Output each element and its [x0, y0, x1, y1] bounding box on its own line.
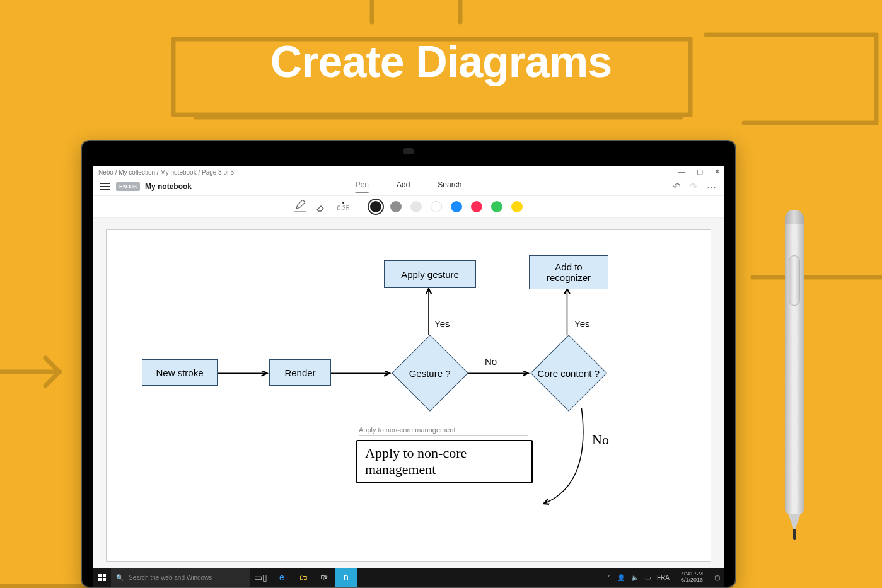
tray-people-icon[interactable]: 👤: [617, 574, 625, 581]
window-maximize-button[interactable]: ▢: [697, 168, 703, 176]
flow-decision-gesture[interactable]: Gesture ?: [392, 335, 468, 412]
system-tray: ˄ 👤 🔈 ▭ FRA 9:41 AM 6/1/2016 ▢: [608, 568, 724, 587]
handwritten-box[interactable]: Apply to non-core management: [356, 440, 533, 483]
page-canvas[interactable]: New stroke Render Gesture ? Core content…: [106, 229, 711, 562]
flow-label-no-2: No: [592, 432, 609, 448]
windows-taskbar: 🔍 Search the web and Windows ▭▯ e 🗂 🛍 n …: [93, 568, 724, 587]
store-icon[interactable]: 🛍: [314, 568, 335, 587]
breadcrumb[interactable]: Nebo / My collection / My notebook / Pag…: [98, 169, 234, 176]
app-screen: Nebo / My collection / My notebook / Pag…: [93, 166, 724, 568]
window-minimize-button[interactable]: —: [678, 168, 685, 176]
stylus-pen: [785, 211, 804, 551]
conversion-hint-text: Apply to non-core management: [359, 426, 455, 434]
hamburger-menu-icon[interactable]: [100, 183, 110, 190]
task-view-icon[interactable]: ▭▯: [250, 568, 271, 587]
language-badge[interactable]: EN-US: [116, 182, 140, 191]
taskbar-pinned-apps: ▭▯ e 🗂 🛍 n: [250, 568, 357, 587]
color-swatch-green[interactable]: [491, 201, 502, 212]
conversion-hint-row[interactable]: Apply to non-core management ⋯: [359, 425, 528, 436]
color-swatch-lightgray[interactable]: [410, 201, 422, 212]
notebook-title: My notebook: [145, 182, 192, 191]
stroke-size-label: 0.35: [337, 205, 349, 212]
redo-button[interactable]: ↷: [690, 181, 698, 192]
tab-pen[interactable]: Pen: [356, 180, 369, 193]
color-swatch-white[interactable]: [431, 201, 442, 212]
tray-clock[interactable]: 9:41 AM 6/1/2016: [676, 571, 708, 584]
hero-title: Create Diagrams: [0, 37, 882, 87]
eraser-tool-icon[interactable]: [315, 201, 326, 212]
tab-add[interactable]: Add: [397, 180, 410, 193]
camera-icon: [403, 148, 414, 154]
tray-chevron-icon[interactable]: ˄: [608, 574, 611, 581]
tab-search[interactable]: Search: [438, 180, 461, 193]
flow-decision-core-content[interactable]: Core content ?: [530, 335, 607, 412]
flow-box-apply-gesture[interactable]: Apply gesture: [384, 260, 476, 288]
flow-label-no-1: No: [485, 356, 497, 367]
search-icon: 🔍: [116, 574, 124, 581]
app-header: EN-US My notebook Pen Add Search ↶ ↷ ⋯: [93, 178, 724, 195]
flow-label-yes-2: Yes: [574, 318, 589, 329]
handwritten-text: Apply to non-core management: [365, 445, 467, 477]
window-titlebar: Nebo / My collection / My notebook / Pag…: [93, 166, 724, 178]
edge-icon[interactable]: e: [271, 568, 293, 587]
color-swatch-gray[interactable]: [390, 201, 402, 212]
tablet-device: Nebo / My collection / My notebook / Pag…: [81, 140, 736, 588]
color-swatch-blue[interactable]: [451, 201, 462, 212]
nebo-app-icon[interactable]: n: [335, 568, 357, 587]
taskbar-search[interactable]: 🔍 Search the web and Windows: [111, 568, 250, 587]
windows-logo-icon: [98, 574, 106, 581]
undo-button[interactable]: ↶: [673, 181, 681, 192]
color-swatch-yellow[interactable]: [511, 201, 523, 212]
color-swatch-black[interactable]: [370, 201, 381, 212]
window-close-button[interactable]: ✕: [714, 168, 720, 176]
canvas-area: New stroke Render Gesture ? Core content…: [93, 218, 724, 568]
tray-language[interactable]: FRA: [657, 574, 670, 581]
tray-battery-icon[interactable]: ▭: [645, 574, 651, 581]
flow-label-yes-1: Yes: [434, 318, 450, 329]
action-center-icon[interactable]: ▢: [714, 574, 720, 581]
color-swatch-red[interactable]: [471, 201, 482, 212]
pencil-tool-icon[interactable]: [294, 201, 306, 212]
more-options-button[interactable]: ⋯: [707, 181, 716, 192]
pen-toolbar: 0.35: [93, 195, 724, 218]
start-button[interactable]: [93, 574, 111, 581]
flow-box-new-stroke[interactable]: New stroke: [142, 359, 218, 386]
tray-volume-icon[interactable]: 🔈: [631, 574, 639, 581]
conversion-hint-more-icon[interactable]: ⋯: [521, 425, 528, 434]
flow-box-render[interactable]: Render: [269, 359, 331, 386]
flow-box-add-to-recognizer[interactable]: Add torecognizer: [529, 255, 608, 289]
mode-tabs: Pen Add Search: [356, 180, 462, 193]
stroke-size-indicator[interactable]: 0.35: [337, 202, 349, 212]
file-explorer-icon[interactable]: 🗂: [293, 568, 314, 587]
taskbar-search-placeholder: Search the web and Windows: [129, 574, 212, 581]
